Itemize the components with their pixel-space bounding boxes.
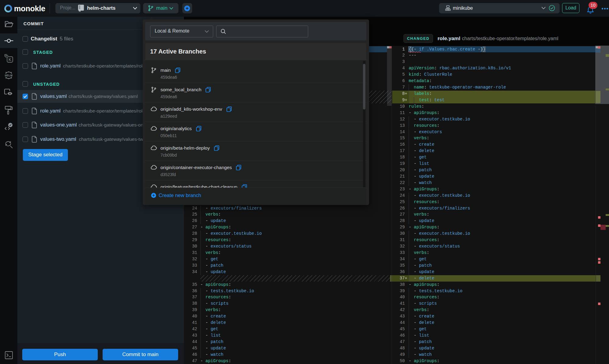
- svg-text:K: K: [9, 57, 12, 62]
- svg-text:HELM: HELM: [5, 74, 13, 77]
